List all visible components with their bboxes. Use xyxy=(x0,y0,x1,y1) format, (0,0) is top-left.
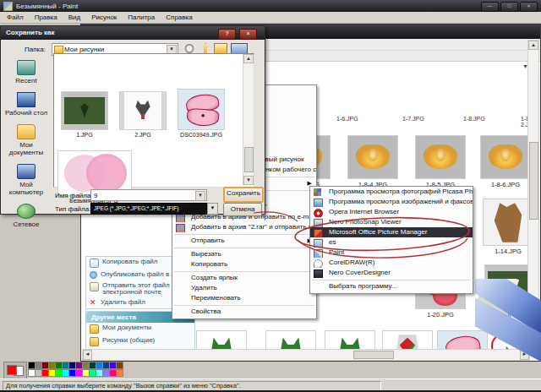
place-Сетевое окружение[interactable]: Сетевое окружение xyxy=(86,361,194,362)
file-thumbnail[interactable] xyxy=(483,199,529,246)
vertical-scrollbar[interactable]: ▲ ▼ xyxy=(243,54,254,185)
task-label: Копировать файл xyxy=(102,259,157,265)
place-label: Мои документы xyxy=(102,324,151,331)
filetype-combobox[interactable]: JPEG (*.JPG;*.JPEG;*.JPE;*.JFIF) xyxy=(90,203,207,215)
file-item[interactable]: 1-14.JPG xyxy=(478,199,529,255)
window-button[interactable]: × xyxy=(520,2,538,12)
paint-app-icon xyxy=(3,2,13,11)
dialog-title: Сохранить как xyxy=(6,29,55,36)
file-name[interactable]: 1-20.JPG xyxy=(410,311,471,318)
file-thumbnail[interactable] xyxy=(480,135,529,179)
winrar-icon xyxy=(176,224,185,232)
file-name[interactable]: 1-8.JPG xyxy=(463,116,485,122)
menu-item[interactable]: Переименовать xyxy=(172,293,316,303)
menu-item[interactable]: Копировать xyxy=(172,259,316,270)
window-controls: —□× xyxy=(481,2,538,12)
file-name: 1.JPG xyxy=(59,132,110,138)
close-icon[interactable]: × xyxy=(239,29,257,40)
color-swatch[interactable] xyxy=(116,369,123,377)
menu-item[interactable]: Вырезать xyxy=(172,249,316,259)
menu-item[interactable]: Microsoft Office Picture Manager xyxy=(310,227,473,237)
file-thumbnail[interactable] xyxy=(415,135,466,179)
place-Мои документы[interactable]: Мои документы xyxy=(3,124,50,156)
filetype-label: Тип файла: xyxy=(55,205,90,213)
menu-Файл[interactable]: Файл xyxy=(2,13,29,22)
color-swatch[interactable] xyxy=(116,362,123,369)
cancel-button[interactable]: Отмена xyxy=(223,203,262,216)
es-icon xyxy=(314,239,323,248)
menu-item[interactable]: CorelDRAW(R) xyxy=(310,258,473,268)
palette-row-1 xyxy=(28,362,123,369)
scrollbar-thumb[interactable] xyxy=(244,147,254,172)
menu-Рисунок[interactable]: Рисунок xyxy=(86,13,122,22)
menu-item[interactable]: Удалить xyxy=(172,283,316,293)
place-Рабочий стол[interactable]: Рабочий стол xyxy=(3,92,50,117)
file-name[interactable]: 1-8-6.JPG xyxy=(475,181,529,188)
window-button[interactable]: — xyxy=(481,2,499,12)
file-thumbnail[interactable] xyxy=(347,135,398,179)
place-label: Мои документы xyxy=(3,141,50,156)
menu-Вид[interactable]: Вид xyxy=(63,13,85,22)
menu-item[interactable]: Свойства xyxy=(172,307,316,317)
menu-Палитра[interactable]: Палитра xyxy=(123,13,160,22)
file-name[interactable]: 1-7.JPG xyxy=(402,116,424,122)
scrollbar-thumb[interactable] xyxy=(353,351,394,359)
chevron-down-icon[interactable]: ▼ xyxy=(195,191,205,201)
scroll-up-icon[interactable]: ▲ xyxy=(528,41,538,50)
file-thumbnail[interactable] xyxy=(178,89,225,130)
file-item[interactable]: 1.JPG xyxy=(59,91,110,138)
opera-icon xyxy=(314,209,323,217)
places-bar: RecentРабочий столМои документыМой компь… xyxy=(3,60,50,236)
file-item[interactable]: 2.JPG xyxy=(117,91,168,138)
help-button[interactable]: ? xyxy=(218,29,236,40)
scroll-left-icon[interactable]: ◄ xyxy=(83,350,92,360)
palette-row-2 xyxy=(28,369,123,377)
menu-Справка[interactable]: Справка xyxy=(161,13,197,22)
file-name[interactable]: 1-14.JPG xyxy=(478,248,529,255)
file-name[interactable]: 1-6.JPG xyxy=(336,116,358,122)
file-item[interactable]: DSC03949.JPG xyxy=(176,89,227,138)
dialog-file-list: ▲ ▼ 1.JPG2.JPGDSC03949.JPGБезымянный.JPG xyxy=(53,53,254,188)
publish-web-icon xyxy=(90,271,97,279)
scrollbar-thumb[interactable] xyxy=(529,142,538,220)
window-button[interactable]: □ xyxy=(500,2,518,12)
save-button[interactable]: Сохранить xyxy=(223,187,264,203)
menu-item[interactable]: es xyxy=(310,237,473,248)
menu-item[interactable]: Создать ярлык xyxy=(172,273,316,283)
place-Recent[interactable]: Recent xyxy=(3,60,50,84)
folder-label: Папка: xyxy=(25,46,46,53)
menu-item[interactable]: Nero PhotoSnap Viewer xyxy=(310,217,473,227)
status-bar: Для получения справки выберите команду "… xyxy=(0,378,541,391)
scroll-up-icon[interactable]: ▲ xyxy=(243,54,254,63)
horizontal-scrollbar[interactable]: ◄ ► xyxy=(82,349,530,361)
open-with-submenu: Программа просмотра фотографий Picasa Ph… xyxy=(309,186,473,294)
menu-item[interactable]: Выбрать программу... xyxy=(310,281,473,291)
menu-item[interactable]: Добавить в архив "2.rar" и отправить по … xyxy=(172,222,316,232)
file-item[interactable]: 1-8-4.JPG xyxy=(342,135,403,188)
menu-item[interactable]: Программа просмотра фотографий Picasa Ph… xyxy=(310,187,473,197)
menu-item[interactable]: Paint xyxy=(310,248,473,258)
file-thumbnail[interactable] xyxy=(119,91,167,130)
file-item[interactable]: 1-8-6.JPG xyxy=(475,135,529,188)
file-name: 2.JPG xyxy=(117,132,168,138)
picasa-icon xyxy=(314,188,321,196)
paint-window-title: Безымянный - Paint xyxy=(16,3,78,10)
nero-photosnap-icon xyxy=(314,219,323,227)
menu-item[interactable]: Opera Internet Browser xyxy=(310,207,473,217)
menu-item[interactable]: Nero CoverDesigner xyxy=(310,268,473,278)
file-item[interactable]: 1-8-5.JPG xyxy=(410,135,471,188)
scroll-down-icon[interactable]: ▼ xyxy=(243,176,254,185)
place-Рисунки (общие)[interactable]: Рисунки (общие) xyxy=(86,335,194,348)
place-label: Рабочий стол xyxy=(3,109,50,117)
menu-item[interactable]: Отправить▶ xyxy=(172,236,316,246)
place-Мой компьютер[interactable]: Мой компьютер xyxy=(3,164,50,196)
place-Сетевое[interactable]: Сетевое xyxy=(3,204,50,228)
blue-box-art-graphic xyxy=(475,279,541,363)
chevron-down-icon[interactable]: ▼ xyxy=(207,203,218,215)
menu-Правка[interactable]: Правка xyxy=(30,13,63,22)
file-thumbnail[interactable] xyxy=(61,91,108,130)
menu-item[interactable]: Программа просмотра изображений и факсов xyxy=(310,197,473,207)
current-colors-box[interactable] xyxy=(3,362,27,379)
place-Мои документы[interactable]: Мои документы xyxy=(86,323,194,335)
filename-input[interactable]: 9 ▼ xyxy=(90,189,207,201)
